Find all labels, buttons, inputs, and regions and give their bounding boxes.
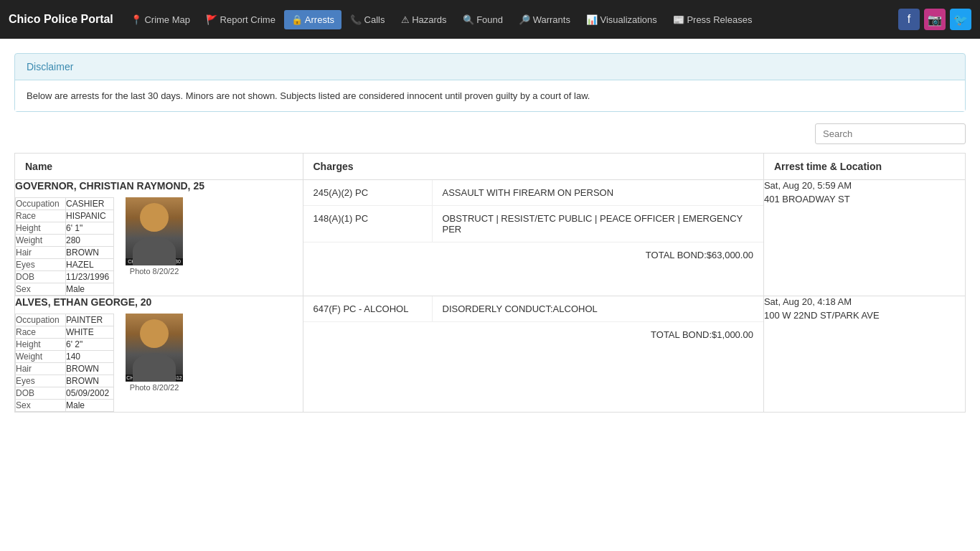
charge-code: 647(F) PC - ALCOHOL xyxy=(303,296,433,321)
charges-cell: 647(F) PC - ALCOHOL DISORDERLY CONDUCT:A… xyxy=(303,296,763,413)
charge-description: DISORDERLY CONDUCT:ALCOHOL xyxy=(433,296,763,321)
bond-row: TOTAL BOND:$63,000.00 xyxy=(303,242,763,268)
nav-item-crime-map[interactable]: 📍 Crime Map xyxy=(123,10,197,29)
social-icons: f 📷 🐦 xyxy=(898,9,971,30)
mugshot-container: CHICO POLICE: 373812 Photo 8/20/22 xyxy=(126,314,183,412)
charges-cell: 245(A)(2) PC ASSAULT WITH FIREARM ON PER… xyxy=(303,180,763,296)
col-name: Name xyxy=(15,154,303,180)
mugshot-person: CHICO POLICE: 72730 xyxy=(126,197,183,265)
instagram-icon[interactable]: 📷 xyxy=(924,9,946,30)
charges-wrapper: 647(F) PC - ALCOHOL DISORDERLY CONDUCT:A… xyxy=(303,296,763,347)
arrest-name: GOVERNOR, CHRISTIAN RAYMOND, 25 xyxy=(15,180,303,192)
photo-caption: Photo 8/20/22 xyxy=(126,267,183,276)
arrest-time: Sat, Aug 20, 5:59 AM xyxy=(764,180,965,191)
arrest-location: 100 W 22ND ST/PARK AVE xyxy=(764,310,965,321)
charges-list: 245(A)(2) PC ASSAULT WITH FIREARM ON PER… xyxy=(303,180,763,242)
col-charges: Charges xyxy=(303,154,763,180)
disclaimer-title: Disclaimer xyxy=(15,54,965,80)
charge-description: OBSTRUCT | RESIST/ETC PUBLIC | PEACE OFF… xyxy=(433,206,763,242)
facebook-icon[interactable]: f xyxy=(898,9,920,30)
charge-code: 245(A)(2) PC xyxy=(303,180,433,205)
mugshot-person: CHICO POLICE: 373812 xyxy=(126,314,183,382)
arrest-info: OccupationPAINTER RaceWHITE Height6' 2" … xyxy=(15,314,114,412)
charges-wrapper: 245(A)(2) PC ASSAULT WITH FIREARM ON PER… xyxy=(303,180,763,268)
mugshot-image: CHICO POLICE: 373812 xyxy=(126,314,183,382)
nav-items: 📍 Crime Map🚩 Report Crime🔒 Arrests📞 Call… xyxy=(123,10,760,29)
search-row xyxy=(14,123,966,144)
arrest-name-cell: GOVERNOR, CHRISTIAN RAYMOND, 25 Occupati… xyxy=(15,180,303,296)
nav-item-report-crime[interactable]: 🚩 Report Crime xyxy=(199,10,283,29)
mugshot-label: CHICO POLICE: 373812 xyxy=(126,375,183,381)
photo-caption: Photo 8/20/22 xyxy=(126,383,183,392)
disclaimer-box: Disclaimer Below are arrests for the las… xyxy=(14,53,966,112)
charge-row: 148(A)(1) PC OBSTRUCT | RESIST/ETC PUBLI… xyxy=(303,206,763,242)
nav-item-press-releases[interactable]: 📰 Press Releases xyxy=(666,10,760,29)
table-row: GOVERNOR, CHRISTIAN RAYMOND, 25 Occupati… xyxy=(15,180,966,296)
nav-item-calls[interactable]: 📞 Calls xyxy=(343,10,392,29)
charge-row: 245(A)(2) PC ASSAULT WITH FIREARM ON PER… xyxy=(303,180,763,206)
charges-list: 647(F) PC - ALCOHOL DISORDERLY CONDUCT:A… xyxy=(303,296,763,321)
disclaimer-body: Below are arrests for the last 30 days. … xyxy=(15,80,965,111)
arrest-time-cell: Sat, Aug 20, 5:59 AM 401 BROADWAY ST xyxy=(763,180,965,296)
bond-row: TOTAL BOND:$1,000.00 xyxy=(303,321,763,347)
arrest-name-cell: ALVES, ETHAN GEORGE, 20 OccupationPAINTE… xyxy=(15,296,303,413)
twitter-icon[interactable]: 🐦 xyxy=(950,9,971,30)
arrests-table: Name Charges Arrest time & Location GOVE… xyxy=(14,153,966,413)
nav-item-visualizations[interactable]: 📊 Visualizations xyxy=(579,10,664,29)
mugshot-container: CHICO POLICE: 72730 Photo 8/20/22 xyxy=(126,197,183,296)
arrest-details: OccupationPAINTER RaceWHITE Height6' 2" … xyxy=(15,314,303,412)
arrest-time-cell: Sat, Aug 20, 4:18 AM 100 W 22ND ST/PARK … xyxy=(763,296,965,413)
arrest-time: Sat, Aug 20, 4:18 AM xyxy=(764,296,965,307)
nav-item-arrests[interactable]: 🔒 Arrests xyxy=(284,10,341,29)
nav-item-hazards[interactable]: ⚠ Hazards xyxy=(394,10,454,29)
nav-item-found[interactable]: 🔍 Found xyxy=(456,10,510,29)
nav-item-warrants[interactable]: 🔎 Warrants xyxy=(512,10,578,29)
navbar: Chico Police Portal 📍 Crime Map🚩 Report … xyxy=(0,0,980,39)
arrest-location: 401 BROADWAY ST xyxy=(764,194,965,204)
arrest-info: OccupationCASHIER RaceHISPANIC Height6' … xyxy=(15,197,114,296)
mugshot-label: CHICO POLICE: 72730 xyxy=(126,258,183,265)
site-brand: Chico Police Portal xyxy=(9,13,113,26)
table-row: ALVES, ETHAN GEORGE, 20 OccupationPAINTE… xyxy=(15,296,966,413)
search-input[interactable] xyxy=(815,123,966,144)
col-arrest-time: Arrest time & Location xyxy=(763,154,965,180)
table-header-row: Name Charges Arrest time & Location xyxy=(15,154,966,180)
main-content: Disclaimer Below are arrests for the las… xyxy=(0,39,980,427)
charge-code: 148(A)(1) PC xyxy=(303,206,433,242)
arrest-details: OccupationCASHIER RaceHISPANIC Height6' … xyxy=(15,197,303,296)
mugshot-image: CHICO POLICE: 72730 xyxy=(126,197,183,265)
charge-description: ASSAULT WITH FIREARM ON PERSON xyxy=(433,180,763,205)
arrest-name: ALVES, ETHAN GEORGE, 20 xyxy=(15,296,303,308)
charge-row: 647(F) PC - ALCOHOL DISORDERLY CONDUCT:A… xyxy=(303,296,763,321)
